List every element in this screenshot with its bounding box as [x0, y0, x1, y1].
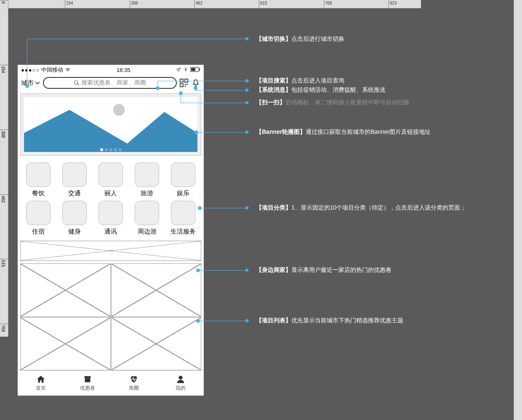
category-item-travel[interactable]: 旅游	[129, 162, 165, 197]
annotation-city-switch: 【城市切换】点击后进行城市切换	[253, 35, 344, 43]
qr-icon	[179, 78, 189, 88]
category-item-fitness[interactable]: 健身	[56, 201, 93, 236]
ruler-right	[514, 0, 522, 420]
category-item-entertainment[interactable]: 娱乐	[165, 162, 201, 197]
signal-dots: ●●●○○	[21, 67, 40, 73]
location-icon	[176, 67, 181, 73]
banner-carousel[interactable]	[20, 93, 201, 156]
svg-point-11	[113, 104, 125, 116]
annotation-nearby: 【身边商家】显示离用户最近一家店的热门的优惠卷	[253, 266, 392, 274]
phone-frame: ●●●○○ 中国移动 18:35 城市 搜索优惠卷、商家、商圈	[18, 65, 204, 396]
qr-scan-button[interactable]	[179, 78, 189, 88]
annotation-category: 【项目分类】1、显示固定的10个项目分类（待定），点击后进入该分类的页面；	[253, 204, 466, 212]
status-time: 18:35	[117, 67, 130, 73]
banner-image-placeholder	[24, 97, 197, 152]
list-item[interactable]	[20, 263, 111, 317]
svg-point-3	[75, 81, 78, 84]
search-icon	[74, 80, 80, 86]
ruler-horizontal: 0 154 308 462 615 769 923	[0, 0, 421, 8]
coupon-icon	[83, 375, 93, 384]
home-icon	[36, 375, 46, 384]
annotation-scan: 【扫一扫】启动相机，将二维码放入取景框中即可自动扫描	[253, 99, 409, 106]
category-item-lodging[interactable]: 住宿	[20, 201, 56, 236]
wifi-icon	[65, 66, 71, 74]
svg-line-4	[77, 84, 79, 85]
nearby-merchant-row[interactable]	[18, 241, 204, 261]
tab-shopping[interactable]: 商圈	[111, 371, 157, 396]
svg-rect-8	[185, 84, 186, 85]
status-bar: ●●●○○ 中国移动 18:35	[18, 65, 204, 75]
svg-rect-13	[84, 376, 91, 378]
list-item[interactable]	[111, 317, 202, 371]
category-grid: 餐饮 交通 丽人 旅游 娱乐 住宿 健身 通讯 周边游 生活服务	[18, 158, 204, 238]
tab-home[interactable]: 首页	[18, 371, 64, 396]
carousel-dots[interactable]	[21, 148, 201, 151]
list-item[interactable]	[20, 317, 111, 371]
svg-marker-12	[24, 110, 197, 152]
search-placeholder: 搜索优惠卷、商家、商圈	[81, 79, 146, 87]
tab-bar: 首页 优惠卷 商圈 我的	[18, 370, 204, 396]
annotation-banner: 【Banner轮播图】通过接口获取当前城市的Banner图片及链接地址	[253, 128, 431, 136]
item-grid	[18, 263, 204, 370]
annotation-search: 【项目搜索】点击后进入项目查询	[253, 77, 344, 85]
category-item-beauty[interactable]: 丽人	[93, 162, 129, 197]
user-icon	[176, 375, 186, 384]
category-item-telecom[interactable]: 通讯	[93, 201, 129, 236]
annotation-item-list: 【项目列表】优先显示当前城市下热门精选推荐优惠主题	[253, 317, 403, 324]
svg-rect-1	[191, 68, 195, 71]
carrier-label: 中国移动	[41, 66, 63, 74]
category-item-nearby-trips[interactable]: 周边游	[129, 201, 165, 236]
category-item-dining[interactable]: 餐饮	[20, 162, 56, 197]
placeholder-box	[20, 241, 201, 261]
list-item[interactable]	[111, 263, 202, 317]
bell-icon	[192, 79, 200, 87]
chevron-down-icon	[35, 80, 40, 86]
svg-rect-2	[199, 68, 200, 70]
city-switch-button[interactable]: 城市	[21, 79, 40, 87]
ruler-vertical: 0 154 308 462 615 769	[0, 0, 8, 337]
heart-pulse-icon	[129, 375, 139, 384]
annotation-message: 【系统消息】包括促销活动、消费提醒、系统推送	[253, 86, 386, 94]
battery-icon	[190, 67, 200, 73]
tab-coupons[interactable]: 优惠卷	[64, 371, 111, 396]
category-item-life-services[interactable]: 生活服务	[165, 201, 201, 236]
tab-mine[interactable]: 我的	[157, 371, 204, 396]
bluetooth-icon	[184, 66, 188, 74]
svg-rect-7	[180, 84, 183, 87]
category-item-transport[interactable]: 交通	[56, 162, 93, 197]
svg-rect-14	[85, 378, 90, 382]
svg-point-15	[178, 376, 182, 380]
search-row: 城市 搜索优惠卷、商家、商圈	[18, 75, 204, 91]
svg-rect-9	[186, 84, 188, 85]
svg-rect-10	[185, 85, 186, 87]
